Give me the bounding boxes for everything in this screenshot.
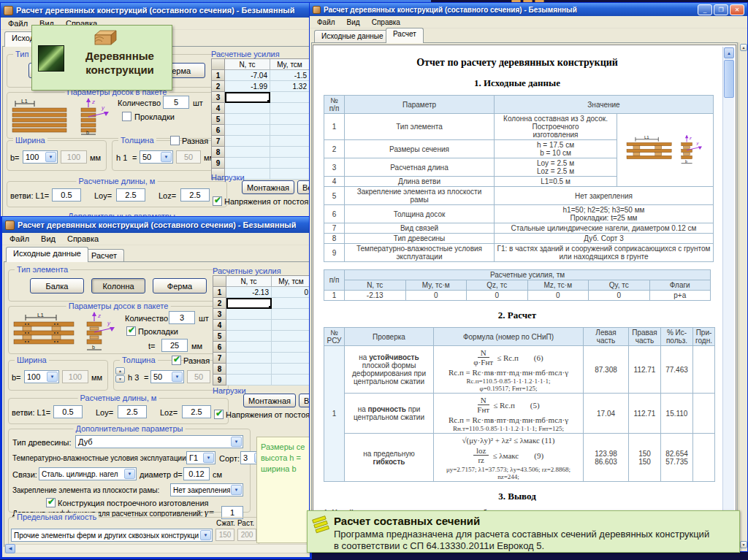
row-num[interactable]: 8 <box>212 147 225 158</box>
chevron-down-icon[interactable] <box>124 469 135 479</box>
chevron-down-icon[interactable] <box>161 152 172 162</box>
menu-file[interactable]: Файл <box>4 234 35 244</box>
cell[interactable] <box>226 320 272 331</box>
loy-input[interactable]: 2.5 <box>118 405 147 418</box>
cell[interactable] <box>226 375 272 386</box>
thickness-stepper[interactable]: ▲ ▼ <box>115 367 125 383</box>
cell[interactable] <box>270 158 310 169</box>
chevron-down-icon[interactable] <box>231 437 242 447</box>
thickness-select[interactable]: 50 <box>140 150 173 164</box>
menu-view[interactable]: Вид <box>35 234 61 244</box>
menu-file[interactable]: Файл <box>311 18 341 27</box>
ties-select[interactable]: Сталь. цилиндр. нагел <box>39 467 137 480</box>
cell[interactable] <box>225 114 270 125</box>
mounting-load-button[interactable]: Монтажная <box>242 180 294 194</box>
cell[interactable] <box>225 125 270 136</box>
site-made-checkbox[interactable] <box>46 498 56 507</box>
wood-type-select[interactable]: Дуб <box>75 435 243 448</box>
step-down-icon[interactable]: ▼ <box>115 375 125 383</box>
cell[interactable] <box>226 364 272 375</box>
row-num[interactable]: 2 <box>212 81 225 92</box>
column-button[interactable]: Колонна <box>91 278 145 294</box>
row-num[interactable]: 6 <box>213 342 226 353</box>
menu-file[interactable]: Файл <box>2 18 34 28</box>
tab-calc[interactable]: Расчет <box>84 249 124 262</box>
row-num[interactable]: 2 <box>213 298 226 309</box>
cell[interactable]: -7.04 <box>225 70 270 81</box>
loz-input[interactable]: 2.5 <box>182 405 211 418</box>
beam-button[interactable]: Балка <box>30 278 84 294</box>
selected-cell[interactable] <box>226 298 272 309</box>
cell[interactable] <box>272 309 311 320</box>
titlebar[interactable]: Расчет деревянных конструкций (составног… <box>1 3 310 18</box>
tab-input-data[interactable]: Исходные данные <box>314 30 391 43</box>
diameter-input[interactable]: 0.12 <box>183 467 210 480</box>
chevron-down-icon[interactable] <box>231 485 242 495</box>
row-num[interactable]: 3 <box>212 92 225 103</box>
scroll-up-icon[interactable]: ▲ <box>724 47 734 58</box>
cell[interactable] <box>272 353 311 364</box>
cell[interactable] <box>272 298 311 309</box>
stress-checkbox[interactable] <box>213 196 222 206</box>
fixation-select[interactable]: Нет закрепления <box>170 483 243 496</box>
tab-input-data[interactable]: Исходные данные <box>6 247 88 262</box>
menu-help[interactable]: Справка <box>61 234 104 244</box>
report-scrollbar[interactable]: ▲ ▼ <box>722 47 734 548</box>
branch-length-input[interactable]: 0.5 <box>52 188 81 202</box>
loz-input[interactable]: 2.5 <box>180 188 210 202</box>
titlebar[interactable]: Расчет деревянных конструкций (составног… <box>310 3 747 16</box>
spacer-thickness-input[interactable]: 25 <box>161 339 188 352</box>
row-num[interactable]: 6 <box>212 125 225 136</box>
horizontal-scrollbar[interactable] <box>4 544 308 553</box>
row-num[interactable]: 7 <box>213 353 226 364</box>
cell[interactable] <box>225 103 270 114</box>
row-num[interactable]: 9 <box>212 158 225 169</box>
cell[interactable] <box>270 114 310 125</box>
cell[interactable] <box>226 353 272 364</box>
mounting-load-button[interactable]: Монтажная <box>243 394 296 407</box>
row-num[interactable]: 3 <box>213 309 226 320</box>
step-up-icon[interactable]: ▲ <box>115 367 125 375</box>
row-num[interactable]: 8 <box>213 364 226 375</box>
scroll-up-icon[interactable]: ▲ <box>740 44 747 51</box>
cell[interactable] <box>226 309 272 320</box>
row-num[interactable]: 4 <box>212 103 225 114</box>
row-num[interactable]: 7 <box>212 136 225 147</box>
width-select[interactable]: 100 <box>24 370 59 383</box>
cell[interactable] <box>226 331 272 342</box>
titlebar[interactable]: Расчет деревянных конструкций (составног… <box>2 217 310 233</box>
cell[interactable] <box>225 147 270 158</box>
stress-checkbox[interactable] <box>214 410 224 419</box>
different-thickness-checkbox[interactable] <box>170 136 180 145</box>
outer-scrollbar[interactable]: ▲ ▼ <box>739 42 748 550</box>
cell[interactable] <box>272 342 311 353</box>
truss-button[interactable]: Ферма <box>153 278 207 294</box>
cell[interactable] <box>272 375 311 386</box>
branch-length-input[interactable]: 0.5 <box>53 405 83 418</box>
loy-input[interactable]: 2.5 <box>116 188 145 202</box>
cell[interactable] <box>272 364 311 375</box>
menu-help[interactable]: Справка <box>366 18 406 27</box>
row-num[interactable]: 5 <box>213 331 226 342</box>
row-num[interactable]: 4 <box>213 320 226 331</box>
chevron-down-icon[interactable] <box>45 152 56 162</box>
cell[interactable]: -1.99 <box>225 81 270 92</box>
minimize-button[interactable] <box>698 4 712 15</box>
scroll-down-icon[interactable]: ▼ <box>740 541 747 548</box>
scrollbar-thumb[interactable] <box>724 60 734 98</box>
row-num[interactable]: 9 <box>213 375 226 386</box>
cell[interactable]: 1.32 <box>270 81 310 92</box>
climate-select[interactable]: Г1 <box>186 451 215 464</box>
tab-calc[interactable]: Расчет <box>386 28 424 43</box>
selected-cell[interactable] <box>225 92 270 103</box>
cell[interactable]: 0 <box>272 287 311 298</box>
chevron-down-icon[interactable] <box>172 372 183 382</box>
cell[interactable] <box>270 136 310 147</box>
menu-view[interactable]: Вид <box>341 18 366 27</box>
row-num[interactable]: 1 <box>213 287 226 298</box>
cell[interactable] <box>270 92 310 103</box>
cell[interactable] <box>225 136 270 147</box>
cell[interactable]: -1.5 <box>270 70 310 81</box>
cell[interactable] <box>225 158 270 169</box>
cell[interactable] <box>270 147 310 158</box>
